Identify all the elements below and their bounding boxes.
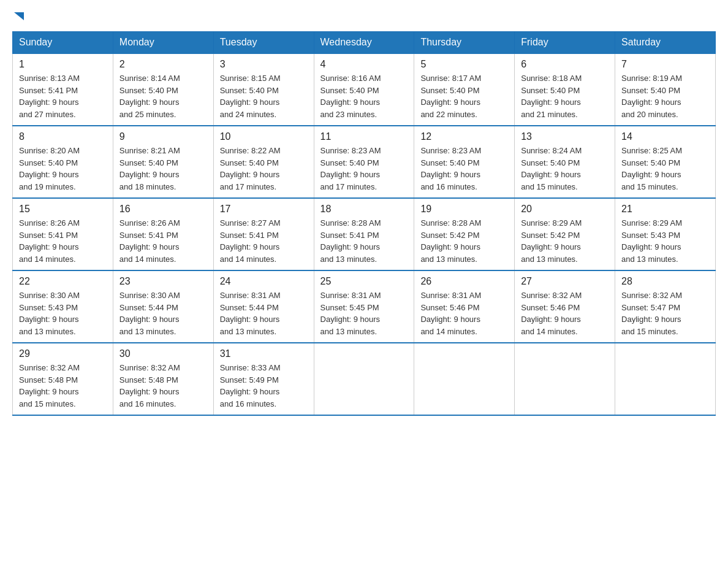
calendar-cell: 29 Sunrise: 8:32 AM Sunset: 5:48 PM Dayl… (13, 343, 113, 415)
day-info: Sunrise: 8:21 AM Sunset: 5:40 PM Dayligh… (119, 145, 207, 193)
day-info: Sunrise: 8:32 AM Sunset: 5:46 PM Dayligh… (521, 289, 609, 337)
day-number: 10 (220, 131, 308, 142)
calendar-cell: 7 Sunrise: 8:19 AM Sunset: 5:40 PM Dayli… (615, 53, 716, 126)
day-number: 9 (119, 131, 207, 142)
day-number: 27 (521, 276, 609, 287)
day-info: Sunrise: 8:30 AM Sunset: 5:43 PM Dayligh… (19, 289, 107, 337)
weekday-header-monday: Monday (113, 32, 213, 54)
logo-arrow-icon (14, 12, 24, 20)
calendar-cell (515, 343, 615, 415)
day-info: Sunrise: 8:32 AM Sunset: 5:48 PM Dayligh… (119, 362, 207, 410)
weekday-header-wednesday: Wednesday (314, 32, 414, 54)
weekday-header-sunday: Sunday (13, 32, 113, 54)
day-number: 25 (320, 276, 408, 287)
calendar-cell: 5 Sunrise: 8:17 AM Sunset: 5:40 PM Dayli… (414, 53, 515, 126)
day-info: Sunrise: 8:31 AM Sunset: 5:46 PM Dayligh… (420, 289, 508, 337)
calendar-cell: 21 Sunrise: 8:29 AM Sunset: 5:43 PM Dayl… (615, 198, 716, 270)
calendar-cell: 15 Sunrise: 8:26 AM Sunset: 5:41 PM Dayl… (13, 198, 113, 270)
day-number: 12 (420, 131, 508, 142)
day-info: Sunrise: 8:15 AM Sunset: 5:40 PM Dayligh… (220, 72, 308, 120)
calendar-cell: 25 Sunrise: 8:31 AM Sunset: 5:45 PM Dayl… (314, 270, 414, 343)
calendar-week-5: 29 Sunrise: 8:32 AM Sunset: 5:48 PM Dayl… (13, 343, 716, 415)
calendar-cell (615, 343, 716, 415)
calendar-cell: 20 Sunrise: 8:29 AM Sunset: 5:42 PM Dayl… (515, 198, 615, 270)
calendar-cell: 1 Sunrise: 8:13 AM Sunset: 5:41 PM Dayli… (13, 53, 113, 126)
weekday-header-row: SundayMondayTuesdayWednesdayThursdayFrid… (13, 32, 716, 54)
calendar-cell: 28 Sunrise: 8:32 AM Sunset: 5:47 PM Dayl… (615, 270, 716, 343)
calendar-week-1: 1 Sunrise: 8:13 AM Sunset: 5:41 PM Dayli… (13, 53, 716, 126)
day-info: Sunrise: 8:30 AM Sunset: 5:44 PM Dayligh… (119, 289, 207, 337)
day-info: Sunrise: 8:22 AM Sunset: 5:40 PM Dayligh… (220, 145, 308, 193)
day-number: 22 (19, 276, 107, 287)
calendar-table: SundayMondayTuesdayWednesdayThursdayFrid… (12, 31, 716, 416)
day-number: 20 (521, 204, 609, 215)
day-number: 13 (521, 131, 609, 142)
day-info: Sunrise: 8:33 AM Sunset: 5:49 PM Dayligh… (220, 362, 308, 410)
calendar-cell: 12 Sunrise: 8:23 AM Sunset: 5:40 PM Dayl… (414, 126, 515, 198)
day-info: Sunrise: 8:27 AM Sunset: 5:41 PM Dayligh… (220, 217, 308, 265)
calendar-week-2: 8 Sunrise: 8:20 AM Sunset: 5:40 PM Dayli… (13, 126, 716, 198)
day-info: Sunrise: 8:16 AM Sunset: 5:40 PM Dayligh… (320, 72, 408, 120)
day-number: 14 (621, 131, 709, 142)
calendar-cell: 2 Sunrise: 8:14 AM Sunset: 5:40 PM Dayli… (113, 53, 213, 126)
day-number: 29 (19, 348, 107, 359)
day-info: Sunrise: 8:26 AM Sunset: 5:41 PM Dayligh… (19, 217, 107, 265)
calendar-week-4: 22 Sunrise: 8:30 AM Sunset: 5:43 PM Dayl… (13, 270, 716, 343)
day-info: Sunrise: 8:29 AM Sunset: 5:42 PM Dayligh… (521, 217, 609, 265)
day-number: 7 (621, 59, 709, 70)
day-info: Sunrise: 8:23 AM Sunset: 5:40 PM Dayligh… (420, 145, 508, 193)
day-info: Sunrise: 8:19 AM Sunset: 5:40 PM Dayligh… (621, 72, 709, 120)
calendar-week-3: 15 Sunrise: 8:26 AM Sunset: 5:41 PM Dayl… (13, 198, 716, 270)
page-header (12, 12, 716, 21)
calendar-cell: 17 Sunrise: 8:27 AM Sunset: 5:41 PM Dayl… (213, 198, 314, 270)
day-number: 28 (621, 276, 709, 287)
day-info: Sunrise: 8:32 AM Sunset: 5:48 PM Dayligh… (19, 362, 107, 410)
day-number: 2 (119, 59, 207, 70)
day-info: Sunrise: 8:23 AM Sunset: 5:40 PM Dayligh… (320, 145, 408, 193)
day-number: 3 (220, 59, 308, 70)
logo (12, 12, 24, 21)
day-info: Sunrise: 8:17 AM Sunset: 5:40 PM Dayligh… (420, 72, 508, 120)
weekday-header-thursday: Thursday (414, 32, 515, 54)
day-number: 18 (320, 204, 408, 215)
day-number: 21 (621, 204, 709, 215)
weekday-header-friday: Friday (515, 32, 615, 54)
calendar-cell: 10 Sunrise: 8:22 AM Sunset: 5:40 PM Dayl… (213, 126, 314, 198)
day-number: 1 (19, 59, 107, 70)
day-info: Sunrise: 8:14 AM Sunset: 5:40 PM Dayligh… (119, 72, 207, 120)
day-number: 23 (119, 276, 207, 287)
day-number: 5 (420, 59, 508, 70)
weekday-header-tuesday: Tuesday (213, 32, 314, 54)
calendar-cell (314, 343, 414, 415)
calendar-cell: 30 Sunrise: 8:32 AM Sunset: 5:48 PM Dayl… (113, 343, 213, 415)
calendar-cell: 22 Sunrise: 8:30 AM Sunset: 5:43 PM Dayl… (13, 270, 113, 343)
day-number: 11 (320, 131, 408, 142)
day-info: Sunrise: 8:31 AM Sunset: 5:44 PM Dayligh… (220, 289, 308, 337)
day-info: Sunrise: 8:32 AM Sunset: 5:47 PM Dayligh… (621, 289, 709, 337)
day-info: Sunrise: 8:26 AM Sunset: 5:41 PM Dayligh… (119, 217, 207, 265)
calendar-cell: 24 Sunrise: 8:31 AM Sunset: 5:44 PM Dayl… (213, 270, 314, 343)
logo-blue-row (12, 12, 24, 21)
calendar-cell: 16 Sunrise: 8:26 AM Sunset: 5:41 PM Dayl… (113, 198, 213, 270)
day-number: 31 (220, 348, 308, 359)
day-number: 4 (320, 59, 408, 70)
calendar-cell: 31 Sunrise: 8:33 AM Sunset: 5:49 PM Dayl… (213, 343, 314, 415)
calendar-cell: 14 Sunrise: 8:25 AM Sunset: 5:40 PM Dayl… (615, 126, 716, 198)
day-info: Sunrise: 8:29 AM Sunset: 5:43 PM Dayligh… (621, 217, 709, 265)
calendar-cell: 11 Sunrise: 8:23 AM Sunset: 5:40 PM Dayl… (314, 126, 414, 198)
calendar-cell: 19 Sunrise: 8:28 AM Sunset: 5:42 PM Dayl… (414, 198, 515, 270)
calendar-cell: 9 Sunrise: 8:21 AM Sunset: 5:40 PM Dayli… (113, 126, 213, 198)
day-info: Sunrise: 8:20 AM Sunset: 5:40 PM Dayligh… (19, 145, 107, 193)
calendar-cell: 13 Sunrise: 8:24 AM Sunset: 5:40 PM Dayl… (515, 126, 615, 198)
day-number: 30 (119, 348, 207, 359)
day-number: 6 (521, 59, 609, 70)
calendar-cell (414, 343, 515, 415)
day-number: 8 (19, 131, 107, 142)
calendar-cell: 6 Sunrise: 8:18 AM Sunset: 5:40 PM Dayli… (515, 53, 615, 126)
day-number: 19 (420, 204, 508, 215)
calendar-cell: 18 Sunrise: 8:28 AM Sunset: 5:41 PM Dayl… (314, 198, 414, 270)
day-info: Sunrise: 8:28 AM Sunset: 5:42 PM Dayligh… (420, 217, 508, 265)
calendar-cell: 26 Sunrise: 8:31 AM Sunset: 5:46 PM Dayl… (414, 270, 515, 343)
calendar-cell: 23 Sunrise: 8:30 AM Sunset: 5:44 PM Dayl… (113, 270, 213, 343)
calendar-cell: 8 Sunrise: 8:20 AM Sunset: 5:40 PM Dayli… (13, 126, 113, 198)
